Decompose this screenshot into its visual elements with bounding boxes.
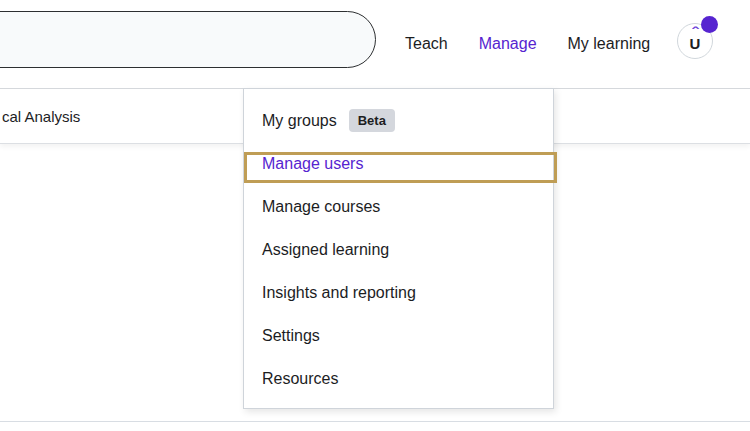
menu-item-label: Insights and reporting [262,284,416,302]
menu-item-my-groups[interactable]: My groups Beta [244,99,553,142]
logo-caret-icon: ˆ [692,30,699,36]
menu-item-settings[interactable]: Settings [244,314,553,357]
menu-item-resources[interactable]: Resources [244,357,553,400]
nav-manage[interactable]: Manage [479,35,537,53]
top-header: Teach Manage My learning ˆ U [0,0,750,89]
menu-item-assigned-learning[interactable]: Assigned learning [244,228,553,271]
menu-item-insights-and-reporting[interactable]: Insights and reporting [244,271,553,314]
beta-badge: Beta [349,109,395,132]
menu-item-manage-users[interactable]: Manage users [244,142,553,185]
menu-item-label: Settings [262,327,320,345]
menu-item-label: Manage courses [262,198,380,216]
menu-item-label: Manage users [262,155,363,173]
nav-my-learning[interactable]: My learning [568,35,651,53]
notification-dot-icon [701,16,718,33]
menu-item-label: Assigned learning [262,241,389,259]
avatar[interactable]: ˆ U [677,23,713,59]
menu-item-manage-courses[interactable]: Manage courses [244,185,553,228]
breadcrumb: cal Analysis [2,108,80,125]
search-input[interactable] [0,11,376,68]
manage-dropdown-menu: My groups Beta Manage users Manage cours… [243,88,554,409]
divider [0,421,750,422]
nav-teach[interactable]: Teach [405,35,448,53]
primary-nav: Teach Manage My learning [405,0,650,88]
menu-item-label: My groups [262,112,337,130]
menu-item-label: Resources [262,370,338,388]
